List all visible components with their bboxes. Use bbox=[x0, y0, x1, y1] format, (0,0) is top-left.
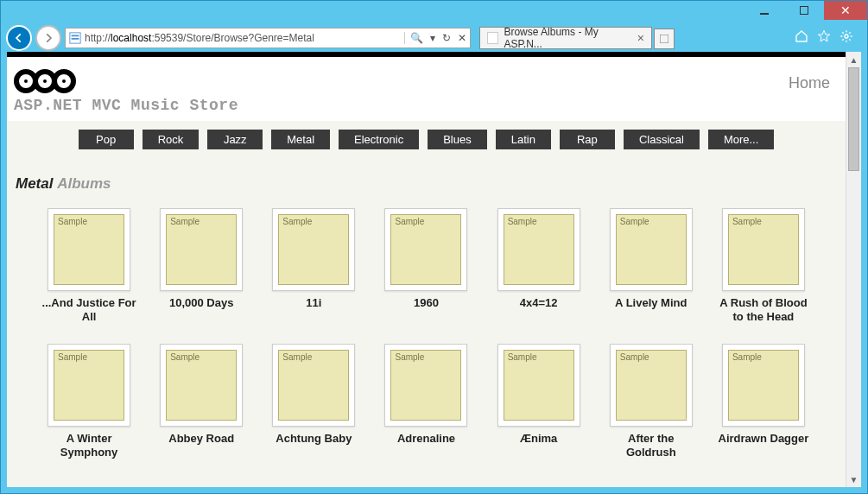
album-cover[interactable]: Sample bbox=[160, 208, 243, 291]
album-title: 10,000 Days bbox=[154, 296, 249, 310]
album-cover[interactable]: Sample bbox=[497, 208, 580, 291]
url-prefix: http:// bbox=[85, 32, 111, 44]
scroll-up-icon[interactable]: ▲ bbox=[846, 52, 861, 67]
sample-label: Sample bbox=[58, 352, 87, 362]
album-title: 11i bbox=[266, 296, 361, 310]
album-item[interactable]: SampleA Lively Mind bbox=[604, 208, 699, 325]
genre-button-metal[interactable]: Metal bbox=[271, 130, 330, 149]
home-link[interactable]: Home bbox=[789, 69, 839, 92]
refresh-icon[interactable]: ↻ bbox=[442, 32, 451, 44]
genre-button-latin[interactable]: Latin bbox=[496, 130, 551, 149]
album-cover[interactable]: Sample bbox=[722, 344, 805, 427]
album-cover[interactable]: Sample bbox=[48, 208, 130, 291]
sample-label: Sample bbox=[282, 217, 312, 226]
search-icon[interactable]: 🔍 bbox=[410, 32, 423, 44]
minimize-button[interactable] bbox=[744, 1, 784, 20]
site-header: ASP.NET MVC Music Store Home bbox=[7, 57, 846, 121]
album-art-placeholder: Sample bbox=[616, 214, 687, 285]
genre-button-pop[interactable]: Pop bbox=[79, 130, 134, 149]
album-item[interactable]: Sample10,000 Days bbox=[154, 208, 249, 325]
genre-button-more[interactable]: More... bbox=[708, 130, 774, 149]
album-art-placeholder: Sample bbox=[728, 350, 799, 421]
back-button[interactable] bbox=[6, 25, 32, 51]
album-item[interactable]: SampleAbbey Road bbox=[154, 344, 249, 460]
album-cover[interactable]: Sample bbox=[384, 208, 467, 291]
sample-label: Sample bbox=[620, 217, 649, 226]
brand: ASP.NET MVC Music Store bbox=[14, 69, 238, 114]
url-host: localhost bbox=[111, 32, 151, 44]
tab-title: Browse Albums - My ASP.N... bbox=[504, 26, 631, 50]
home-icon[interactable] bbox=[795, 29, 808, 47]
vertical-scrollbar[interactable]: ▲ ▼ bbox=[846, 52, 861, 487]
stop-icon[interactable]: ✕ bbox=[458, 32, 466, 44]
address-bar[interactable]: http://localhost:59539/Store/Browse?Genr… bbox=[65, 28, 471, 48]
album-item[interactable]: SampleAdrenaline bbox=[378, 344, 473, 460]
favorites-icon[interactable] bbox=[817, 29, 831, 47]
forward-button[interactable] bbox=[35, 25, 61, 51]
album-cover[interactable]: Sample bbox=[610, 208, 693, 291]
album-item[interactable]: Sample11i bbox=[266, 208, 361, 325]
album-cover[interactable]: Sample bbox=[610, 344, 693, 427]
album-cover[interactable]: Sample bbox=[272, 344, 355, 427]
album-art-placeholder: Sample bbox=[278, 350, 349, 421]
address-tools: 🔍 ▾ ↻ ✕ bbox=[404, 32, 466, 44]
album-item[interactable]: SampleA Rush of Blood to the Head bbox=[716, 208, 811, 325]
maximize-button[interactable] bbox=[784, 1, 824, 20]
album-title: ...And Justice For All bbox=[41, 296, 136, 325]
browser-tab[interactable]: Browse Albums - My ASP.N... × bbox=[479, 27, 652, 49]
url-text: http://localhost:59539/Store/Browse?Genr… bbox=[85, 32, 404, 44]
album-item[interactable]: Sample4x4=12 bbox=[491, 208, 586, 325]
scroll-track[interactable] bbox=[846, 67, 861, 472]
scroll-thumb[interactable] bbox=[848, 67, 859, 171]
genre-button-rap[interactable]: Rap bbox=[560, 130, 615, 149]
album-title: Abbey Road bbox=[154, 432, 249, 446]
album-item[interactable]: SampleÆnima bbox=[491, 344, 586, 460]
album-item[interactable]: SampleAirdrawn Dagger bbox=[716, 344, 811, 460]
tools-icon[interactable] bbox=[839, 29, 853, 47]
album-cover[interactable]: Sample bbox=[160, 344, 243, 427]
album-item[interactable]: SampleAfter the Goldrush bbox=[604, 344, 699, 460]
album-cover[interactable]: Sample bbox=[497, 344, 580, 427]
album-item[interactable]: SampleA Winter Symphony bbox=[41, 344, 136, 460]
album-title: Airdrawn Dagger bbox=[716, 432, 811, 446]
svg-rect-1 bbox=[72, 35, 79, 37]
genre-button-electronic[interactable]: Electronic bbox=[339, 130, 419, 149]
dropdown-icon[interactable]: ▾ bbox=[430, 32, 435, 44]
album-cover[interactable]: Sample bbox=[722, 208, 805, 291]
site-icon bbox=[69, 32, 81, 44]
window-titlebar[interactable]: ✕ bbox=[1, 1, 867, 25]
close-button[interactable]: ✕ bbox=[824, 1, 867, 20]
genre-nav: PopRockJazzMetalElectronicBluesLatinRapC… bbox=[7, 121, 846, 158]
album-art-placeholder: Sample bbox=[166, 214, 237, 285]
album-art-placeholder: Sample bbox=[390, 350, 461, 421]
logo-icon[interactable] bbox=[14, 69, 238, 93]
svg-point-4 bbox=[845, 35, 848, 38]
url-rest: :59539/Store/Browse?Genre=Metal bbox=[151, 32, 314, 44]
album-cover[interactable]: Sample bbox=[384, 344, 467, 427]
genre-button-classical[interactable]: Classical bbox=[624, 130, 700, 149]
genre-button-jazz[interactable]: Jazz bbox=[207, 130, 263, 149]
sample-label: Sample bbox=[395, 352, 424, 362]
genre-button-rock[interactable]: Rock bbox=[143, 130, 200, 149]
tab-close-icon[interactable]: × bbox=[637, 32, 644, 44]
album-title: Adrenaline bbox=[378, 432, 473, 446]
new-tab-button[interactable] bbox=[654, 28, 675, 49]
album-item[interactable]: Sample...And Justice For All bbox=[41, 208, 136, 325]
browser-right-controls bbox=[786, 29, 862, 47]
album-title: Ænima bbox=[491, 432, 586, 446]
album-item[interactable]: Sample1960 bbox=[378, 208, 473, 325]
album-cover[interactable]: Sample bbox=[48, 344, 130, 427]
album-art-placeholder: Sample bbox=[504, 214, 574, 285]
svg-rect-2 bbox=[72, 38, 79, 40]
scroll-down-icon[interactable]: ▼ bbox=[846, 472, 861, 487]
sample-label: Sample bbox=[732, 352, 762, 362]
sample-label: Sample bbox=[508, 217, 537, 226]
album-cover[interactable]: Sample bbox=[272, 208, 355, 291]
album-title: 1960 bbox=[378, 296, 473, 310]
album-item[interactable]: SampleAchtung Baby bbox=[266, 344, 361, 460]
genre-button-blues[interactable]: Blues bbox=[428, 130, 487, 149]
svg-rect-3 bbox=[660, 35, 668, 43]
content-area: ASP.NET MVC Music Store Home PopRockJazz… bbox=[7, 57, 846, 487]
album-art-placeholder: Sample bbox=[504, 350, 574, 421]
album-art-placeholder: Sample bbox=[616, 350, 687, 421]
